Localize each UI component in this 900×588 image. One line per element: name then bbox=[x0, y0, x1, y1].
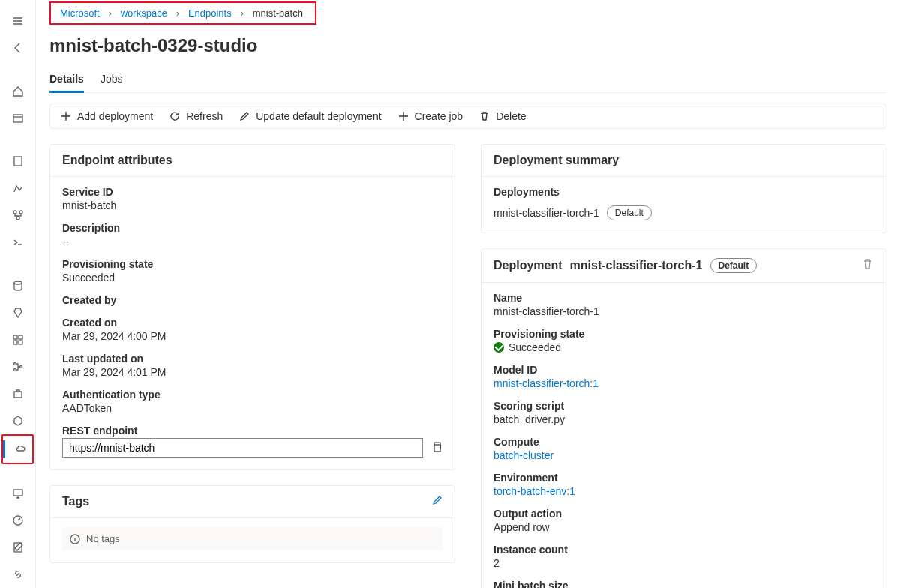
no-tags-message: No tags bbox=[62, 527, 442, 550]
attr-value: Append row bbox=[494, 521, 874, 533]
svg-rect-7 bbox=[19, 335, 22, 339]
nav-menu-icon[interactable] bbox=[0, 8, 36, 34]
svg-rect-9 bbox=[19, 340, 22, 344]
nav-datalabeling-icon[interactable] bbox=[0, 534, 36, 561]
environment-link[interactable]: torch-batch-env:1 bbox=[494, 485, 874, 497]
attr-label: Provisioning state bbox=[494, 328, 874, 340]
attr-value: Succeeded bbox=[494, 341, 874, 353]
nav-prompt-icon[interactable] bbox=[0, 229, 36, 256]
trash-icon bbox=[862, 258, 874, 270]
attr-label: Mini batch size bbox=[494, 580, 874, 588]
attr-label: Authentication type bbox=[62, 388, 442, 400]
create-job-label: Create job bbox=[415, 110, 464, 122]
update-default-button[interactable]: Update default deployment bbox=[239, 110, 381, 122]
nav-linked-icon[interactable] bbox=[0, 561, 36, 588]
attr-value: Mar 29, 2024 4:00 PM bbox=[62, 330, 442, 342]
delete-deployment-button[interactable] bbox=[862, 258, 874, 273]
plus-icon bbox=[398, 111, 409, 122]
breadcrumb-link[interactable]: Microsoft bbox=[56, 6, 104, 20]
nav-pipelines-icon[interactable] bbox=[0, 353, 36, 380]
svg-rect-6 bbox=[14, 335, 17, 339]
nav-data-icon[interactable] bbox=[0, 272, 36, 299]
check-icon bbox=[494, 342, 504, 352]
svg-point-3 bbox=[20, 211, 22, 214]
nav-notebooks-icon[interactable] bbox=[0, 148, 36, 176]
breadcrumb: Microsoft › workspace › Endpoints › mnis… bbox=[50, 2, 316, 25]
svg-rect-13 bbox=[14, 392, 22, 398]
svg-rect-17 bbox=[434, 445, 440, 452]
card-header: Endpoint attributes bbox=[50, 145, 454, 177]
compute-link[interactable]: batch-cluster bbox=[494, 449, 874, 461]
breadcrumb-link[interactable]: workspace bbox=[116, 6, 172, 20]
attr-label: Last updated on bbox=[62, 352, 442, 364]
nav-endpoints-icon[interactable] bbox=[3, 436, 39, 463]
default-badge: Default bbox=[607, 206, 652, 220]
svg-rect-14 bbox=[14, 490, 22, 496]
tab-jobs[interactable]: Jobs bbox=[100, 68, 123, 92]
attr-label: Instance count bbox=[494, 544, 874, 556]
deployment-detail-card: Deployment mnist-classifier-torch-1 Defa… bbox=[481, 248, 886, 588]
edit-icon bbox=[432, 495, 442, 506]
add-deployment-button[interactable]: Add deployment bbox=[61, 110, 153, 122]
attr-label: Description bbox=[62, 222, 442, 234]
attr-label: Provisioning state bbox=[62, 258, 442, 270]
nav-compute-icon[interactable] bbox=[0, 480, 36, 507]
deployment-header-prefix: Deployment bbox=[494, 259, 562, 272]
info-icon bbox=[70, 534, 80, 544]
attr-label: Environment bbox=[494, 472, 874, 484]
deployments-subheader: Deployments bbox=[494, 186, 874, 198]
nav-monitoring-icon[interactable] bbox=[0, 507, 36, 534]
rest-endpoint-input[interactable] bbox=[62, 438, 423, 458]
attr-value: batch_driver.py bbox=[494, 413, 874, 425]
attr-label: Model ID bbox=[494, 364, 874, 376]
attr-value: Mar 29, 2024 4:01 PM bbox=[62, 366, 442, 378]
deployment-header-name: mnist-classifier-torch-1 bbox=[570, 259, 703, 272]
nav-home-icon[interactable] bbox=[0, 78, 36, 105]
nav-automl-icon[interactable] bbox=[0, 175, 36, 202]
tab-details[interactable]: Details bbox=[50, 68, 84, 93]
attr-value: mnist-classifier-torch-1 bbox=[494, 305, 874, 317]
refresh-button[interactable]: Refresh bbox=[170, 110, 223, 122]
breadcrumb-current: mnist-batch bbox=[248, 6, 308, 20]
attr-label: Name bbox=[494, 292, 874, 304]
attr-label: Created by bbox=[62, 294, 442, 306]
refresh-icon bbox=[170, 111, 180, 122]
delete-label: Delete bbox=[496, 110, 526, 122]
tags-card: Tags No tags bbox=[50, 485, 455, 563]
svg-point-5 bbox=[14, 281, 22, 284]
nav-environments-icon[interactable] bbox=[0, 380, 36, 407]
delete-button[interactable]: Delete bbox=[479, 110, 526, 122]
tabs: Details Jobs bbox=[50, 68, 886, 93]
chevron-right-icon: › bbox=[241, 8, 244, 19]
attr-value: -- bbox=[62, 236, 442, 248]
nav-catalog-icon[interactable] bbox=[0, 105, 36, 132]
refresh-label: Refresh bbox=[186, 110, 223, 122]
attr-value: 2 bbox=[494, 557, 874, 569]
nav-models-icon[interactable] bbox=[0, 407, 36, 434]
update-default-label: Update default deployment bbox=[256, 110, 381, 122]
copy-button[interactable] bbox=[430, 441, 442, 455]
attr-label: Service ID bbox=[62, 186, 442, 198]
svg-rect-0 bbox=[14, 115, 22, 122]
trash-icon bbox=[479, 111, 490, 122]
create-job-button[interactable]: Create job bbox=[398, 110, 464, 122]
main-content: Microsoft › workspace › Endpoints › mnis… bbox=[36, 0, 900, 588]
card-header: Deployment summary bbox=[482, 145, 886, 177]
model-id-link[interactable]: mnist-classifier-torch:1 bbox=[494, 377, 874, 389]
edit-icon bbox=[239, 111, 250, 122]
svg-point-2 bbox=[14, 211, 16, 214]
attr-label: REST endpoint bbox=[62, 424, 442, 436]
nav-designer-icon[interactable] bbox=[0, 202, 36, 229]
edit-tags-button[interactable] bbox=[432, 495, 442, 508]
svg-rect-1 bbox=[14, 157, 22, 166]
nav-components-icon[interactable] bbox=[0, 326, 36, 353]
chevron-right-icon: › bbox=[109, 8, 112, 19]
breadcrumb-link[interactable]: Endpoints bbox=[184, 6, 236, 20]
toolbar: Add deployment Refresh Update default de… bbox=[50, 104, 886, 129]
deployment-name: mnist-classifier-torch-1 bbox=[494, 207, 599, 219]
nav-jobs-icon[interactable] bbox=[0, 299, 36, 326]
default-badge: Default bbox=[710, 258, 758, 273]
nav-back-icon[interactable] bbox=[0, 34, 36, 62]
deployment-summary-card: Deployment summary Deployments mnist-cla… bbox=[481, 144, 886, 233]
attr-label: Scoring script bbox=[494, 400, 874, 412]
